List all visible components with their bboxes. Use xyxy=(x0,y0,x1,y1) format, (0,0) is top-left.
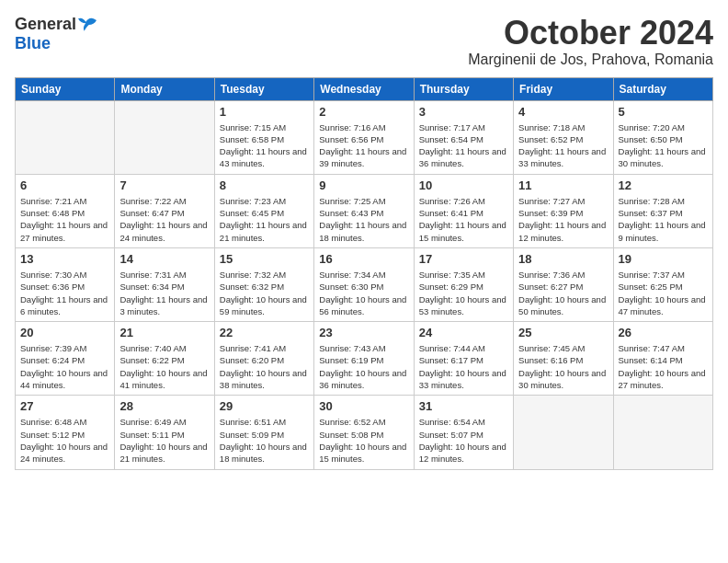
cell-info: Sunrise: 7:35 AM Sunset: 6:29 PM Dayligh… xyxy=(419,269,508,317)
calendar-cell xyxy=(115,100,214,174)
weekday-header-wednesday: Wednesday xyxy=(314,77,414,100)
calendar-cell: 20Sunrise: 7:39 AM Sunset: 6:24 PM Dayli… xyxy=(16,322,115,396)
weekday-header-tuesday: Tuesday xyxy=(214,77,313,100)
day-number: 11 xyxy=(518,178,608,192)
day-number: 31 xyxy=(419,399,508,413)
cell-info: Sunrise: 7:41 AM Sunset: 6:20 PM Dayligh… xyxy=(220,342,309,391)
day-number: 5 xyxy=(619,105,708,119)
cell-info: Sunrise: 7:18 AM Sunset: 6:52 PM Dayligh… xyxy=(518,121,608,170)
calendar-cell: 4Sunrise: 7:18 AM Sunset: 6:52 PM Daylig… xyxy=(514,100,613,174)
day-number: 18 xyxy=(518,252,608,266)
cell-info: Sunrise: 6:51 AM Sunset: 5:09 PM Dayligh… xyxy=(220,416,309,465)
calendar-cell: 15Sunrise: 7:32 AM Sunset: 6:32 PM Dayli… xyxy=(214,247,313,321)
cell-info: Sunrise: 7:39 AM Sunset: 6:24 PM Dayligh… xyxy=(20,342,109,391)
calendar-cell: 11Sunrise: 7:27 AM Sunset: 6:39 PM Dayli… xyxy=(514,174,613,247)
cell-info: Sunrise: 7:26 AM Sunset: 6:41 PM Dayligh… xyxy=(419,195,508,244)
weekday-header-thursday: Thursday xyxy=(414,77,513,100)
weekday-header-sunday: Sunday xyxy=(16,77,115,100)
calendar-cell: 10Sunrise: 7:26 AM Sunset: 6:41 PM Dayli… xyxy=(414,174,513,247)
month-title: October 2024 xyxy=(468,15,713,52)
calendar-cell: 22Sunrise: 7:41 AM Sunset: 6:20 PM Dayli… xyxy=(214,322,313,396)
week-row-2: 6Sunrise: 7:21 AM Sunset: 6:48 PM Daylig… xyxy=(16,174,713,247)
calendar-cell: 12Sunrise: 7:28 AM Sunset: 6:37 PM Dayli… xyxy=(613,174,712,247)
day-number: 20 xyxy=(20,326,109,339)
calendar-cell: 17Sunrise: 7:35 AM Sunset: 6:29 PM Dayli… xyxy=(414,247,513,321)
calendar-cell: 2Sunrise: 7:16 AM Sunset: 6:56 PM Daylig… xyxy=(314,100,414,174)
calendar-cell: 30Sunrise: 6:52 AM Sunset: 5:08 PM Dayli… xyxy=(314,396,414,469)
cell-info: Sunrise: 7:27 AM Sunset: 6:39 PM Dayligh… xyxy=(518,195,608,244)
day-number: 3 xyxy=(419,105,508,119)
calendar-cell: 27Sunrise: 6:48 AM Sunset: 5:12 PM Dayli… xyxy=(16,396,115,469)
cell-info: Sunrise: 7:34 AM Sunset: 6:30 PM Dayligh… xyxy=(319,269,408,317)
cell-info: Sunrise: 6:48 AM Sunset: 5:12 PM Dayligh… xyxy=(20,416,109,465)
calendar-cell: 31Sunrise: 6:54 AM Sunset: 5:07 PM Dayli… xyxy=(414,396,513,469)
calendar-cell: 7Sunrise: 7:22 AM Sunset: 6:47 PM Daylig… xyxy=(115,174,214,247)
calendar-cell: 21Sunrise: 7:40 AM Sunset: 6:22 PM Dayli… xyxy=(115,322,214,396)
cell-info: Sunrise: 6:49 AM Sunset: 5:11 PM Dayligh… xyxy=(119,416,209,465)
calendar-cell: 26Sunrise: 7:47 AM Sunset: 6:14 PM Dayli… xyxy=(613,322,712,396)
cell-info: Sunrise: 7:47 AM Sunset: 6:14 PM Dayligh… xyxy=(619,342,708,391)
day-number: 6 xyxy=(20,178,109,192)
cell-info: Sunrise: 7:43 AM Sunset: 6:19 PM Dayligh… xyxy=(319,342,408,391)
cell-info: Sunrise: 7:36 AM Sunset: 6:27 PM Dayligh… xyxy=(518,269,608,317)
day-number: 26 xyxy=(619,326,708,339)
calendar-table: SundayMondayTuesdayWednesdayThursdayFrid… xyxy=(15,77,713,470)
weekday-header-saturday: Saturday xyxy=(613,77,712,100)
week-row-1: 1Sunrise: 7:15 AM Sunset: 6:58 PM Daylig… xyxy=(16,100,713,174)
cell-info: Sunrise: 7:17 AM Sunset: 6:54 PM Dayligh… xyxy=(419,121,508,170)
day-number: 21 xyxy=(119,326,209,339)
day-number: 9 xyxy=(319,178,408,192)
page-header: General Blue October 2024 Marginenii de … xyxy=(15,15,713,68)
logo-bird-icon xyxy=(78,16,97,34)
calendar-cell: 25Sunrise: 7:45 AM Sunset: 6:16 PM Dayli… xyxy=(514,322,613,396)
cell-info: Sunrise: 7:37 AM Sunset: 6:25 PM Dayligh… xyxy=(619,269,708,317)
cell-info: Sunrise: 6:54 AM Sunset: 5:07 PM Dayligh… xyxy=(419,416,508,465)
calendar-cell: 14Sunrise: 7:31 AM Sunset: 6:34 PM Dayli… xyxy=(115,247,214,321)
location-title: Marginenii de Jos, Prahova, Romania xyxy=(468,52,713,68)
calendar-cell: 6Sunrise: 7:21 AM Sunset: 6:48 PM Daylig… xyxy=(16,174,115,247)
calendar-cell: 1Sunrise: 7:15 AM Sunset: 6:58 PM Daylig… xyxy=(214,100,313,174)
weekday-header-monday: Monday xyxy=(115,77,214,100)
calendar-cell: 3Sunrise: 7:17 AM Sunset: 6:54 PM Daylig… xyxy=(414,100,513,174)
cell-info: Sunrise: 7:22 AM Sunset: 6:47 PM Dayligh… xyxy=(119,195,209,244)
cell-info: Sunrise: 7:23 AM Sunset: 6:45 PM Dayligh… xyxy=(220,195,309,244)
title-area: October 2024 Marginenii de Jos, Prahova,… xyxy=(468,15,713,68)
cell-info: Sunrise: 7:16 AM Sunset: 6:56 PM Dayligh… xyxy=(319,121,408,170)
week-row-5: 27Sunrise: 6:48 AM Sunset: 5:12 PM Dayli… xyxy=(16,396,713,469)
calendar-cell: 16Sunrise: 7:34 AM Sunset: 6:30 PM Dayli… xyxy=(314,247,414,321)
calendar-cell xyxy=(16,100,115,174)
day-number: 23 xyxy=(319,326,408,339)
calendar-cell: 13Sunrise: 7:30 AM Sunset: 6:36 PM Dayli… xyxy=(16,247,115,321)
day-number: 15 xyxy=(220,252,309,266)
weekday-header-row: SundayMondayTuesdayWednesdayThursdayFrid… xyxy=(16,77,713,100)
day-number: 19 xyxy=(619,252,708,266)
day-number: 1 xyxy=(220,105,309,119)
calendar-cell: 28Sunrise: 6:49 AM Sunset: 5:11 PM Dayli… xyxy=(115,396,214,469)
cell-info: Sunrise: 7:30 AM Sunset: 6:36 PM Dayligh… xyxy=(20,269,109,317)
day-number: 27 xyxy=(20,399,109,413)
day-number: 17 xyxy=(419,252,508,266)
day-number: 7 xyxy=(119,178,209,192)
calendar-cell: 18Sunrise: 7:36 AM Sunset: 6:27 PM Dayli… xyxy=(514,247,613,321)
calendar-cell: 29Sunrise: 6:51 AM Sunset: 5:09 PM Dayli… xyxy=(214,396,313,469)
calendar-cell: 9Sunrise: 7:25 AM Sunset: 6:43 PM Daylig… xyxy=(314,174,414,247)
weekday-header-friday: Friday xyxy=(514,77,613,100)
cell-info: Sunrise: 7:25 AM Sunset: 6:43 PM Dayligh… xyxy=(319,195,408,244)
cell-info: Sunrise: 7:44 AM Sunset: 6:17 PM Dayligh… xyxy=(419,342,508,391)
cell-info: Sunrise: 7:40 AM Sunset: 6:22 PM Dayligh… xyxy=(119,342,209,391)
day-number: 24 xyxy=(419,326,508,339)
day-number: 25 xyxy=(518,326,608,339)
day-number: 14 xyxy=(119,252,209,266)
calendar-cell xyxy=(613,396,712,469)
day-number: 10 xyxy=(419,178,508,192)
cell-info: Sunrise: 7:31 AM Sunset: 6:34 PM Dayligh… xyxy=(119,269,209,317)
calendar-cell: 24Sunrise: 7:44 AM Sunset: 6:17 PM Dayli… xyxy=(414,322,513,396)
cell-info: Sunrise: 7:28 AM Sunset: 6:37 PM Dayligh… xyxy=(619,195,708,244)
day-number: 13 xyxy=(20,252,109,266)
logo-general-text: General xyxy=(15,15,76,34)
day-number: 29 xyxy=(220,399,309,413)
day-number: 4 xyxy=(518,105,608,119)
cell-info: Sunrise: 7:15 AM Sunset: 6:58 PM Dayligh… xyxy=(220,121,309,170)
week-row-3: 13Sunrise: 7:30 AM Sunset: 6:36 PM Dayli… xyxy=(16,247,713,321)
day-number: 8 xyxy=(220,178,309,192)
